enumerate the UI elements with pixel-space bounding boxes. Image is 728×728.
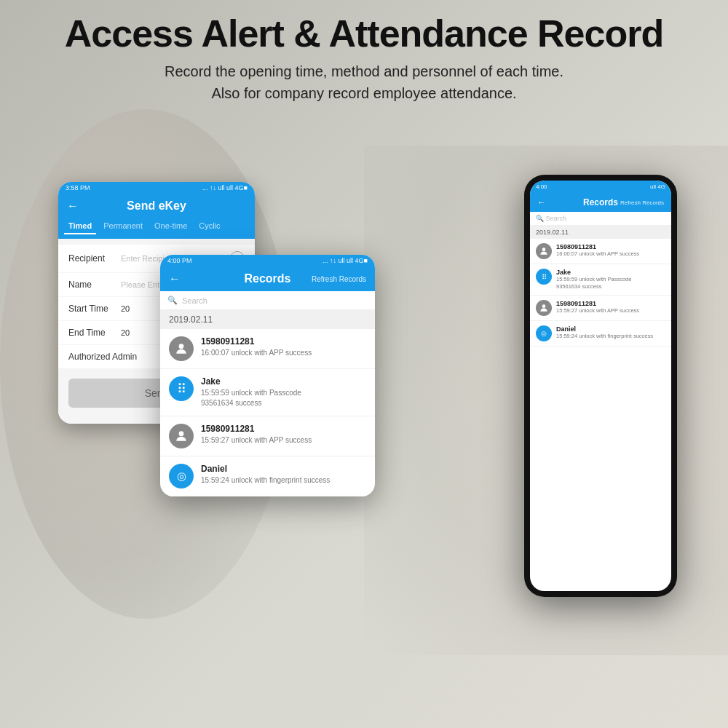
status-icons-left: ... ↑↓ ull ull 4G■: [202, 184, 248, 191]
status-bar-middle: 4:00 PM ... ↑↓ ull ull 4G■: [160, 255, 375, 266]
status-time-middle: 4:00 PM: [167, 257, 192, 264]
send-ekey-header: ← Send eKey: [58, 194, 255, 218]
records-header-middle: ← Records Refresh Records: [160, 266, 375, 291]
right-info-3: 15980911281 15:59:27 unlock with APP suc…: [556, 300, 639, 314]
record-item-1: 15980911281 16:00:07 unlock with APP suc…: [160, 329, 375, 369]
right-avatar-2: ⠿: [536, 269, 552, 285]
record-name-1: 15980911281: [201, 336, 312, 347]
phone-records-middle: 4:00 PM ... ↑↓ ull ull 4G■ ← Records Ref…: [160, 255, 375, 496]
phones-area: 3:58 PM ... ↑↓ ull ull 4G■ ← Send eKey T…: [36, 167, 692, 713]
start-time-label: Start Time: [68, 304, 121, 314]
right-avatar-4: ◎: [536, 325, 552, 341]
record-info-3: 15980911281 15:59:27 unlock with APP suc…: [201, 424, 312, 446]
record-info-4: Daniel 15:59:24 unlock with fingerprint …: [201, 464, 330, 486]
right-name-4: Daniel: [556, 325, 653, 333]
content-wrapper: Access Alert & Attendance Record Record …: [0, 0, 728, 728]
header-section: Access Alert & Attendance Record Record …: [0, 0, 728, 111]
back-arrow-middle[interactable]: ←: [169, 272, 181, 285]
subtitle: Record the opening time, method and pers…: [22, 60, 706, 104]
avatar-1: [169, 336, 194, 361]
right-detail-2: 15:59:59 unlock with Passcode93561634 su…: [556, 276, 631, 290]
recipient-label: Recipient: [68, 253, 121, 264]
status-time-left: 3:58 PM: [66, 184, 90, 191]
avatar-2: ⠿: [169, 376, 194, 401]
back-arrow-right[interactable]: ←: [537, 197, 546, 207]
right-detail-3: 15:59:27 unlock with APP success: [556, 307, 639, 314]
send-ekey-title: Send eKey: [127, 199, 186, 213]
status-bar-right: 4:00 ull 4G: [530, 181, 671, 193]
refresh-button-right[interactable]: Refresh Records: [620, 199, 664, 206]
end-time-label: End Time: [68, 328, 121, 338]
record-detail-3: 15:59:27 unlock with APP success: [201, 435, 312, 446]
tab-permanent[interactable]: Permanent: [99, 218, 147, 234]
record-name-4: Daniel: [201, 464, 330, 474]
record-info-1: 15980911281 16:00:07 unlock with APP suc…: [201, 336, 312, 358]
right-name-2: Jake: [556, 269, 631, 276]
record-detail-2: 15:59:59 unlock with Passcode93561634 su…: [201, 388, 301, 408]
record-info-2: Jake 15:59:59 unlock with Passcode935616…: [201, 376, 301, 408]
right-avatar-3: [536, 300, 552, 316]
svg-point-3: [542, 304, 546, 308]
right-record-4: ◎ Daniel 15:59:24 unlock with fingerprin…: [530, 321, 671, 347]
records-title-middle: Records: [244, 272, 290, 285]
record-item-4: ◎ Daniel 15:59:24 unlock with fingerprin…: [160, 456, 375, 496]
status-icons-middle: ... ↑↓ ull ull 4G■: [323, 257, 368, 264]
tab-timed[interactable]: Timed: [64, 218, 96, 234]
svg-point-2: [542, 248, 546, 251]
right-record-3: 15980911281 15:59:27 unlock with APP suc…: [530, 296, 671, 321]
date-header-middle: 2019.02.11: [160, 310, 375, 329]
back-arrow-icon[interactable]: ←: [67, 199, 79, 213]
avatar-4: ◎: [169, 464, 194, 488]
right-title: Records: [583, 197, 618, 207]
record-name-3: 15980911281: [201, 424, 312, 434]
record-item-2: ⠿ Jake 15:59:59 unlock with Passcode9356…: [160, 369, 375, 416]
search-bar-middle: 🔍 Search: [160, 291, 375, 310]
right-record-1: 15980911281 16:00:07 unlock with APP suc…: [530, 239, 671, 264]
date-header-right: 2019.02.11: [530, 226, 671, 239]
page-title: Access Alert & Attendance Record: [22, 13, 706, 55]
record-detail-4: 15:59:24 unlock with fingerprint success: [201, 475, 330, 486]
status-bar-left: 3:58 PM ... ↑↓ ull ull 4G■: [58, 182, 255, 194]
status-time-right: 4:00: [536, 183, 547, 190]
status-icons-right: ull 4G: [650, 183, 665, 190]
avatar-3: [169, 424, 194, 448]
admin-label: Authorized Admin: [68, 352, 137, 362]
right-name-3: 15980911281: [556, 300, 639, 307]
right-info-1: 15980911281 16:00:07 unlock with APP suc…: [556, 243, 639, 258]
phone-right-inner: 4:00 ull 4G ← Records Refresh Records 🔍 …: [530, 181, 671, 591]
phone-records-right: 4:00 ull 4G ← Records Refresh Records 🔍 …: [524, 175, 677, 597]
right-name-1: 15980911281: [556, 243, 639, 250]
name-label: Name: [68, 280, 121, 290]
right-avatar-1: [536, 243, 552, 259]
right-detail-4: 15:59:24 unlock with fingerprint success: [556, 333, 653, 340]
tabs-row: Timed Permanent One-time Cyclic: [58, 218, 255, 239]
record-detail-1: 16:00:07 unlock with APP success: [201, 348, 312, 358]
right-detail-1: 16:00:07 unlock with APP success: [556, 250, 639, 258]
record-item-3: 15980911281 15:59:27 unlock with APP suc…: [160, 416, 375, 456]
search-text-right: Search: [546, 215, 567, 222]
right-info-4: Daniel 15:59:24 unlock with fingerprint …: [556, 325, 653, 340]
search-bar-right[interactable]: 🔍 Search: [530, 212, 671, 226]
right-info-2: Jake 15:59:59 unlock with Passcode935616…: [556, 269, 631, 290]
svg-point-1: [179, 431, 184, 436]
record-name-2: Jake: [201, 376, 301, 387]
subtitle-line1: Record the opening time, method and pers…: [165, 63, 563, 79]
svg-point-0: [179, 344, 184, 349]
subtitle-line2: Also for company record employee attenda…: [211, 85, 516, 101]
tab-one-time[interactable]: One-time: [150, 218, 191, 234]
tab-cyclic[interactable]: Cyclic: [194, 218, 224, 234]
search-placeholder-middle[interactable]: Search: [182, 296, 207, 305]
records-header-right: ← Records Refresh Records: [530, 193, 671, 212]
search-icon-middle: 🔍: [167, 296, 178, 305]
right-record-2: ⠿ Jake 15:59:59 unlock with Passcode9356…: [530, 264, 671, 296]
refresh-button-middle[interactable]: Refresh Records: [312, 275, 366, 283]
